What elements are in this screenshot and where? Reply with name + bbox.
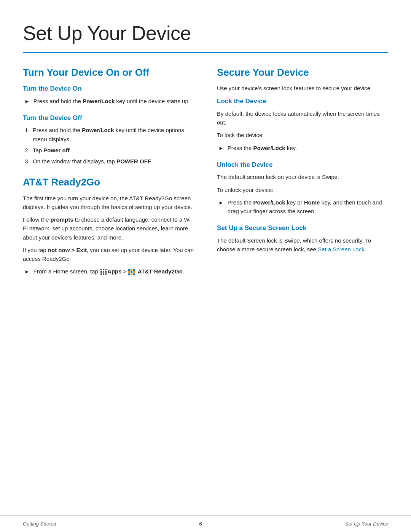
att-ready2go-icon	[128, 269, 136, 275]
power-lock-bold-4: Power/Lock	[253, 199, 285, 206]
apps-grid-icon	[100, 269, 107, 275]
lock-para-2: To lock the device:	[217, 131, 388, 139]
home-bold: Home	[304, 199, 320, 206]
unlock-bullet-text: Press the Power/Lock key or Home key, an…	[228, 198, 388, 216]
unlock-para-2: To unlock your device:	[217, 185, 388, 194]
footer-page-number: 6	[199, 520, 202, 528]
unlock-bullet: ► Press the Power/Lock key or Home key, …	[217, 198, 388, 216]
set-screen-lock-link[interactable]: Set a Screen Lock	[318, 246, 365, 252]
screen-lock-para: The default Screen lock is Swipe, which …	[217, 236, 388, 254]
power-off-bold: Power off	[43, 147, 69, 153]
power-lock-bold-2: Power/Lock	[82, 127, 114, 133]
subsection-turn-off-heading: Turn the Device Off	[23, 113, 194, 123]
page-title: Set Up Your Device	[23, 18, 388, 48]
power-lock-bold-3: Power/Lock	[253, 145, 285, 151]
att-bullet-text: From a Home screen, tap Apps > AT&T Re a…	[33, 267, 184, 276]
subsection-unlock-heading: Unlock the Device	[217, 160, 388, 170]
prompts-bold: prompts	[51, 216, 73, 223]
power-off-caps-bold: POWER OFF	[116, 158, 151, 165]
subsection-lock-heading: Lock the Device	[217, 96, 388, 106]
apps-label: Apps	[107, 268, 122, 275]
not-now-bold: not now > Exit	[48, 247, 87, 253]
turn-on-bullet: ► Press and hold the Power/Lock key unti…	[23, 97, 194, 105]
turn-off-steps: Press and hold the Power/Lock key until …	[23, 126, 194, 166]
lock-bullet: ► Press the Power/Lock key.	[217, 144, 388, 152]
bullet-arrow-icon-2: ►	[24, 268, 30, 276]
title-divider	[23, 52, 388, 53]
lock-para-1: By default, the device locks automatical…	[217, 109, 388, 127]
turn-off-step-3: On the window that displays, tap POWER O…	[31, 157, 194, 166]
turn-off-step-2: Tap Power off.	[31, 146, 194, 155]
att-icon-grid	[128, 269, 135, 275]
att-para-3: If you tap not now > Exit, you can set u…	[23, 246, 194, 264]
footer-left-label: Getting Started	[23, 520, 56, 528]
section-att-heading: AT&T Ready2Go	[23, 176, 194, 188]
att-para-1: The first time you turn your device on, …	[23, 194, 194, 212]
power-lock-bold-1: Power/Lock	[83, 98, 115, 104]
left-column: Turn Your Device On or Off Turn the Devi…	[23, 67, 194, 279]
section-turn-on-off-heading: Turn Your Device On or Off	[23, 67, 194, 78]
subsection-screen-lock-heading: Set Up a Secure Screen Lock	[217, 223, 388, 233]
turn-off-step-1: Press and hold the Power/Lock key until …	[31, 126, 194, 144]
bullet-arrow-icon-4: ►	[218, 199, 224, 207]
unlock-para-1: The default screen lock on your device i…	[217, 173, 388, 181]
att-para-2: Follow the prompts to choose a default l…	[23, 215, 194, 242]
subsection-turn-on-heading: Turn the Device On	[23, 84, 194, 94]
main-content: Turn Your Device On or Off Turn the Devi…	[23, 67, 388, 279]
page-footer: Getting Started 6 Set Up Your Device	[0, 515, 411, 532]
att-ready2go-label: AT&T Re ady2Go	[138, 268, 183, 275]
section-secure-heading: Secure Your Device	[217, 67, 388, 78]
bullet-arrow-icon: ►	[24, 97, 30, 105]
footer-right-label: Set Up Your Device	[345, 520, 388, 528]
att-bullet: ► From a Home screen, tap Apps > AT&T R	[23, 267, 194, 276]
lock-bullet-text: Press the Power/Lock key.	[228, 144, 297, 152]
turn-on-text: Press and hold the Power/Lock key until …	[33, 97, 190, 105]
right-column: Secure Your Device Use your device's scr…	[217, 67, 388, 279]
secure-intro: Use your device's screen lock features t…	[217, 84, 388, 93]
bullet-arrow-icon-3: ►	[218, 144, 224, 152]
page-content: Set Up Your Device Turn Your Device On o…	[0, 0, 411, 510]
